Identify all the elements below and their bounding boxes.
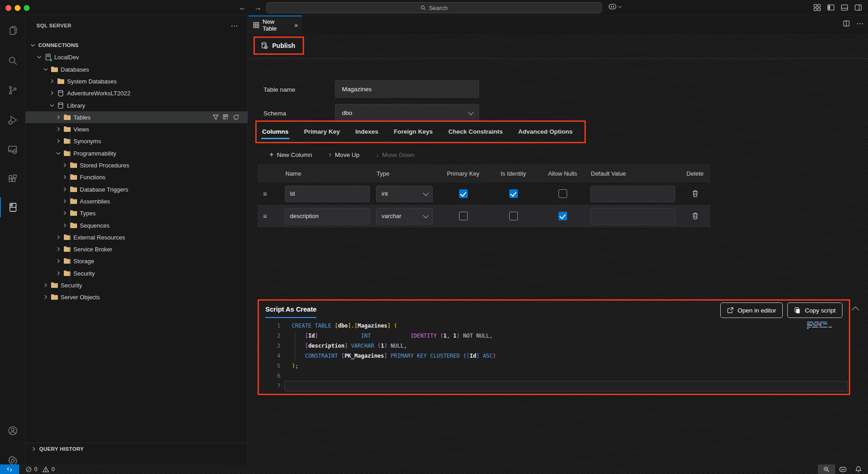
notifications-bell-icon[interactable]: [851, 464, 866, 474]
chevron-right-icon[interactable]: [55, 257, 62, 265]
tree-item-types[interactable]: Types: [26, 207, 248, 219]
copilot-menu-button[interactable]: [608, 3, 620, 10]
window-maximize-button[interactable]: [24, 5, 30, 11]
script-as-create-tab[interactable]: Script As Create: [265, 306, 316, 313]
checkbox[interactable]: [509, 212, 518, 220]
drag-handle[interactable]: ≡: [258, 190, 281, 198]
chevron-right-icon[interactable]: [42, 281, 49, 289]
chevron-right-icon[interactable]: [61, 186, 68, 193]
source-control-icon[interactable]: [0, 78, 26, 102]
chevron-right-icon[interactable]: [55, 114, 62, 121]
chevron-right-icon[interactable]: [42, 293, 49, 301]
chevron-right-icon[interactable]: [61, 161, 68, 169]
chevron-right-icon[interactable]: [61, 222, 68, 229]
view-tab-advanced-options[interactable]: Advanced Options: [518, 122, 573, 142]
forward-icon[interactable]: →: [253, 2, 264, 13]
tree-item-external-resources[interactable]: External Resources: [26, 231, 248, 243]
move-down-button[interactable]: ↓ Move Down: [376, 151, 414, 158]
tree-item-adventureworkslt2022[interactable]: AdventureWorksLT2022: [26, 87, 248, 99]
drag-handle[interactable]: ≡: [258, 212, 281, 220]
query-history-section[interactable]: QUERY HISTORY: [26, 443, 248, 454]
extensions-icon[interactable]: [0, 167, 26, 191]
copy-script-button[interactable]: Copy script: [787, 302, 842, 318]
table-name-input[interactable]: Magazines: [335, 80, 479, 98]
checkbox[interactable]: [459, 189, 468, 198]
customize-layout-icon[interactable]: [812, 3, 822, 12]
tree-item-tables[interactable]: Tables: [26, 111, 248, 123]
chevron-right-icon[interactable]: [55, 245, 62, 253]
chevron-right-icon[interactable]: [55, 270, 62, 277]
accounts-icon[interactable]: [0, 419, 26, 443]
sql-server-extension-icon[interactable]: [0, 195, 26, 219]
chevron-right-icon[interactable]: [55, 234, 62, 241]
remote-indicator[interactable]: [0, 464, 19, 474]
view-tab-primary-key[interactable]: Primary Key: [304, 122, 340, 142]
tree-item-security[interactable]: Security: [26, 279, 248, 291]
default-value-input[interactable]: [590, 208, 675, 224]
tree-item-views[interactable]: Views: [26, 123, 248, 135]
back-icon[interactable]: ←: [237, 2, 248, 13]
delete-row-button[interactable]: [680, 212, 710, 220]
view-tab-indexes[interactable]: Indexes: [356, 122, 378, 142]
tree-item-storage[interactable]: Storage: [26, 255, 248, 267]
tab-new-table[interactable]: New Table ×: [248, 16, 302, 34]
chevron-down-icon[interactable]: [29, 42, 36, 49]
explorer-icon[interactable]: [0, 19, 26, 43]
chevron-down-icon[interactable]: [36, 53, 43, 61]
column-type-select[interactable]: varchar: [376, 208, 433, 224]
sql-code-editor[interactable]: 1CREATE TABLE [dbo].[Magazines] (2 [Id] …: [259, 321, 849, 391]
default-value-input[interactable]: [590, 186, 675, 202]
command-center-search[interactable]: Search: [266, 2, 602, 13]
more-actions-icon[interactable]: ⋯: [856, 19, 863, 28]
problems-status[interactable]: 0 0: [26, 466, 55, 473]
tree-item-database-triggers[interactable]: Database Triggers: [26, 183, 248, 195]
tree-item-service-broker[interactable]: Service Broker: [26, 243, 248, 255]
move-up-button[interactable]: ↑ Move Up: [329, 151, 360, 158]
column-name-input[interactable]: [285, 186, 370, 202]
window-minimize-button[interactable]: [15, 5, 21, 11]
tree-item-functions[interactable]: Functions: [26, 171, 248, 183]
chevron-right-icon[interactable]: [61, 209, 68, 217]
tree-item-stored-procedures[interactable]: Stored Procedures: [26, 159, 248, 171]
tree-item-sequences[interactable]: Sequences: [26, 219, 248, 231]
more-actions-icon[interactable]: ⋯: [229, 21, 239, 30]
tree-item-localdev[interactable]: LocalDev: [26, 51, 248, 63]
tree-item-security[interactable]: Security: [26, 267, 248, 279]
run-debug-icon[interactable]: [0, 108, 26, 132]
toggle-sidebar-right-icon[interactable]: [853, 3, 863, 12]
checkbox[interactable]: [558, 212, 567, 220]
delete-row-button[interactable]: [680, 190, 710, 198]
column-type-select[interactable]: int: [376, 186, 433, 202]
tree-item-connections[interactable]: CONNECTIONS: [26, 39, 248, 51]
tree-item-databases[interactable]: Databases: [26, 63, 248, 75]
chevron-down-icon[interactable]: [48, 102, 56, 109]
chevron-down-icon[interactable]: [55, 150, 62, 157]
chevron-right-icon[interactable]: [48, 89, 56, 97]
tree-item-assemblies[interactable]: Assemblies: [26, 195, 248, 207]
tree-item-system-databases[interactable]: System Databases: [26, 75, 248, 87]
filter-icon[interactable]: [212, 114, 219, 120]
view-tab-check-constraints[interactable]: Check Constraints: [448, 122, 502, 142]
tree-item-synonyms[interactable]: Synonyms: [26, 135, 248, 147]
chevron-right-icon[interactable]: [55, 125, 62, 133]
tree-item-library[interactable]: Library: [26, 99, 248, 111]
new-column-button[interactable]: + New Column: [269, 151, 312, 159]
view-tab-columns[interactable]: Columns: [262, 122, 289, 142]
refresh-icon[interactable]: [233, 114, 239, 120]
copilot-status-icon[interactable]: [835, 464, 851, 474]
chevron-right-icon[interactable]: [61, 198, 68, 205]
remote-explorer-icon[interactable]: [0, 138, 26, 161]
checkbox[interactable]: [509, 189, 518, 198]
toggle-panel-icon[interactable]: [840, 3, 849, 12]
column-name-input[interactable]: [285, 208, 370, 224]
tree-item-programmability[interactable]: Programmability: [26, 147, 248, 159]
tree-item-server-objects[interactable]: Server Objects: [26, 291, 248, 303]
chevron-right-icon[interactable]: [55, 137, 62, 145]
window-close-button[interactable]: [5, 5, 11, 11]
chevron-right-icon[interactable]: [61, 173, 68, 181]
open-in-editor-button[interactable]: Open in editor: [720, 302, 783, 318]
new-table-icon[interactable]: [222, 114, 229, 120]
schema-select[interactable]: dbo: [335, 104, 479, 121]
chevron-right-icon[interactable]: [48, 78, 56, 85]
search-sidebar-icon[interactable]: [0, 49, 26, 73]
